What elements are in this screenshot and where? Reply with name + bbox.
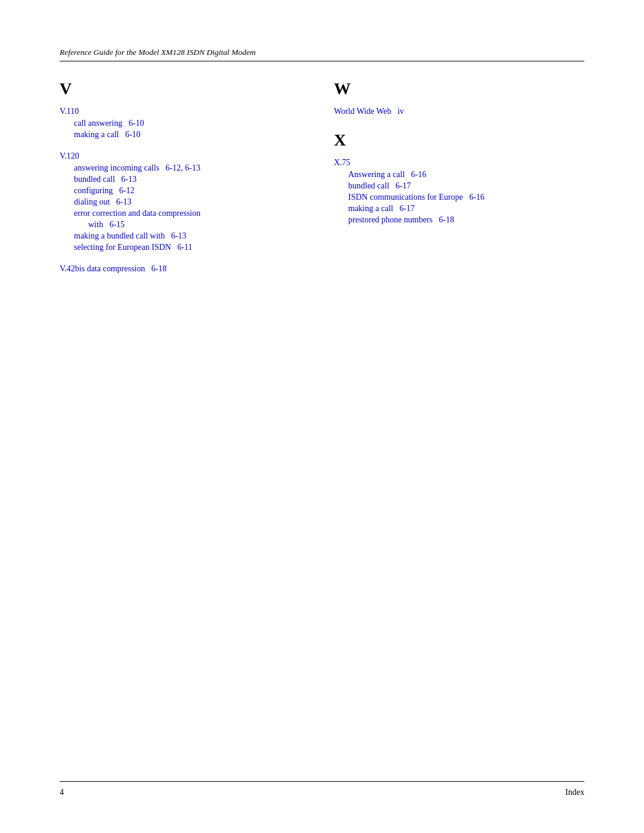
entry-v42bis[interactable]: V.42bis data compression 6-18: [60, 264, 310, 274]
section-letter-w: W: [334, 79, 584, 98]
header-area: Reference Guide for the Model XM128 ISDN…: [60, 48, 584, 61]
footer: 4 Index: [60, 781, 584, 797]
entry-v120-answering[interactable]: answering incoming calls 6-12, 6-13: [74, 163, 310, 173]
columns-container: V V.110 call answering 6-10 making a cal…: [60, 79, 584, 286]
entry-x75-prestored[interactable]: prestored phone numbers 6-18: [348, 215, 584, 225]
section-block-x75: X.75 Answering a call 6-16 bundled call …: [334, 158, 584, 225]
section-letter-v: V: [60, 79, 310, 98]
entry-v110-making-call[interactable]: making a call 6-10: [74, 130, 310, 140]
entry-x75-answering-call[interactable]: Answering a call 6-16: [348, 170, 584, 179]
section-block-w: World Wide Web iv: [334, 107, 584, 116]
section-block-v42bis: V.42bis data compression 6-18: [60, 264, 310, 274]
entry-v120-making-bundled[interactable]: making a bundled call with 6-13: [74, 231, 310, 241]
right-column: W World Wide Web iv X X.75 Answering a c…: [334, 79, 584, 286]
entry-x75[interactable]: X.75: [334, 158, 584, 168]
left-column: V V.110 call answering 6-10 making a cal…: [60, 79, 310, 286]
entry-x75-isdn-europe[interactable]: ISDN communications for Europe 6-16: [348, 193, 584, 202]
entry-v110[interactable]: V.110: [60, 107, 310, 116]
entry-www[interactable]: World Wide Web iv: [334, 107, 584, 116]
section-letter-x: X: [334, 131, 584, 150]
entry-v120-configuring[interactable]: configuring 6-12: [74, 186, 310, 196]
entry-v120[interactable]: V.120: [60, 151, 310, 161]
entry-v110-call-answering[interactable]: call answering 6-10: [74, 119, 310, 128]
footer-page-number: 4: [60, 788, 64, 797]
entry-x75-bundled-call[interactable]: bundled call 6-17: [348, 181, 584, 191]
entry-v120-error-correction[interactable]: error correction and data compression: [74, 209, 310, 218]
entry-v120-error-correction-with[interactable]: with 6-15: [88, 220, 310, 230]
entry-v120-selecting-european[interactable]: selecting for European ISDN 6-11: [74, 243, 310, 252]
header-title: Reference Guide for the Model XM128 ISDN…: [60, 48, 584, 57]
entry-x75-making-call[interactable]: making a call 6-17: [348, 204, 584, 213]
header-rule: [60, 61, 584, 61]
page-container: Reference Guide for the Model XM128 ISDN…: [0, 0, 644, 833]
section-block-v110: V.110 call answering 6-10 making a call …: [60, 107, 310, 140]
footer-label: Index: [565, 788, 584, 797]
section-block-v120: V.120 answering incoming calls 6-12, 6-1…: [60, 151, 310, 252]
entry-v120-bundled-call[interactable]: bundled call 6-13: [74, 175, 310, 184]
entry-v120-dialing-out[interactable]: dialing out 6-13: [74, 197, 310, 207]
